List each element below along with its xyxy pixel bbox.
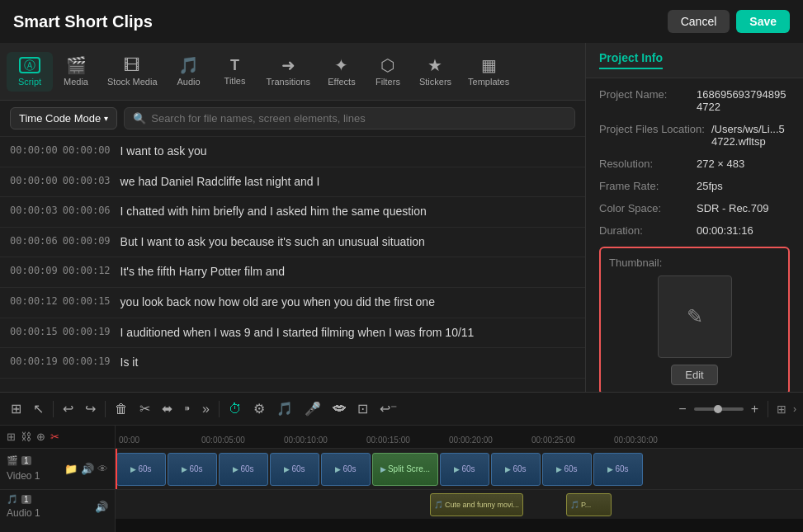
timeline-ruler[interactable]: 00:00 00:00:05:00 00:00:10:00 00:00:15:0… (116, 426, 803, 449)
ruler-marks: 00:00 00:00:05:00 00:00:10:00 00:00:15:0… (119, 426, 800, 448)
video-clip[interactable]: ▶60s (542, 453, 592, 486)
clip-label: 60s (461, 464, 475, 473)
video-clip[interactable]: ▶60s (593, 453, 643, 486)
volume-icon[interactable]: 🔊 (81, 463, 94, 475)
info-row: Frame Rate: 25fps (599, 180, 790, 192)
audio-clip-1[interactable]: 🎵 Cute and funny movi... (429, 493, 524, 516)
project-info-content: Project Name: 1686956937948954722 Projec… (586, 78, 803, 392)
time-end: 00:00:15 (63, 295, 111, 307)
chevron-right-icon[interactable]: › (793, 403, 796, 415)
script-line[interactable]: 00:00:00 00:00:03 we had Daniel Radcliff… (0, 167, 585, 198)
video-clip[interactable]: ▶60s (270, 453, 319, 486)
video-track-info: 🎬 1 Video 1 📁 🔊 👁 (0, 449, 115, 490)
split-view-button[interactable]: ⊞ (7, 398, 26, 420)
select-tool-button[interactable]: ↖ (29, 398, 48, 420)
toolbar-label-stock-media: Stock Media (107, 77, 158, 87)
save-button[interactable]: Save (736, 10, 790, 33)
thumbnail-button[interactable]: ⊡ (353, 398, 372, 420)
zoom-out-button[interactable]: − (674, 398, 690, 420)
search-input[interactable] (151, 112, 566, 125)
script-line[interactable]: 00:00:03 00:00:06 I chatted with him bri… (0, 197, 585, 228)
cut-button[interactable]: ✂ (135, 398, 154, 420)
time-end: 00:00:19 (63, 326, 111, 337)
toolbar-item-templates[interactable]: ▦ Templates (460, 52, 517, 92)
toolbar-item-transitions[interactable]: ➜ Transitions (258, 52, 319, 92)
audio-button[interactable]: 🎵 (272, 398, 297, 420)
grid-view-button[interactable]: ⊞ (773, 399, 790, 419)
playhead-button[interactable]: ⏱ (224, 398, 246, 420)
video-clip[interactable]: ▶60s (321, 453, 371, 486)
toolbar-item-titles[interactable]: T Titles (212, 53, 258, 91)
toolbar-item-stock-media[interactable]: 🎞 Stock Media (99, 52, 166, 92)
thumbnail-section: Thumbnail: ✎ Edit (599, 247, 790, 392)
tab-project-info[interactable]: Project Info (599, 51, 663, 69)
script-line[interactable]: 00:00:15 00:00:19 I auditioned when I wa… (0, 318, 585, 349)
chevron-down-icon: ▾ (104, 114, 108, 123)
mic-button[interactable]: 🎤 (300, 398, 325, 420)
toolbar-item-audio[interactable]: 🎵 Audio (166, 52, 212, 92)
link-icon[interactable]: ⛓ (21, 431, 31, 443)
script-line[interactable]: 00:00:09 00:00:12 It's the fifth Harry P… (0, 257, 585, 288)
delete-button[interactable]: 🗑 (111, 398, 132, 420)
ruler-mark-10: 00:00:10:00 (284, 435, 328, 445)
cancel-button[interactable]: Cancel (668, 10, 730, 33)
toolbar-label-stickers: Stickers (419, 77, 451, 87)
time-codes: 00:00:12 00:00:15 (10, 294, 111, 307)
zoom-slider[interactable] (694, 407, 744, 411)
info-label: Frame Rate: (599, 180, 690, 192)
time-code-mode-select[interactable]: Time Code Mode ▾ (10, 107, 117, 129)
captions-button[interactable]: 🗢 (328, 398, 350, 420)
video-clip[interactable]: ▶60s (168, 453, 217, 486)
zoom-thumb (714, 405, 722, 413)
play-icon: ▶ (556, 465, 562, 473)
audio-clip-label-2: P... (581, 501, 591, 509)
separator-1 (53, 401, 54, 417)
video-clip[interactable]: ▶60s (440, 453, 489, 486)
info-value: 272 × 483 (697, 158, 744, 170)
settings-button[interactable]: ⚙ (249, 398, 269, 420)
info-value: 00:00:31:16 (697, 224, 753, 237)
rewind-button[interactable]: ↩⁻ (376, 398, 401, 420)
video-track-area[interactable]: ▶60s▶60s▶60s▶60s▶60s▶Split Scre...▶60s▶6… (116, 449, 803, 490)
toolbar-item-stickers[interactable]: ★ Stickers (411, 52, 460, 92)
toolbar-item-filters[interactable]: ⬡ Filters (365, 52, 411, 92)
video-clip[interactable]: ▶60s (116, 453, 166, 486)
time-start: 00:00:15 (10, 326, 58, 337)
search-bar: 🔍 (124, 107, 575, 129)
toolbar-item-media[interactable]: 🎬 Media (53, 52, 99, 92)
info-label: Resolution: (599, 158, 690, 170)
video-clip[interactable]: ▶Split Scre... (372, 453, 438, 486)
cut-track-icon[interactable]: ✂ (50, 431, 59, 443)
toolbar-label-script: Script (18, 77, 41, 87)
video-track-icons: 📁 🔊 👁 (64, 463, 108, 475)
script-text: we had Daniel Radcliffe last night and I (120, 174, 320, 191)
split-button[interactable]: ⁍ (180, 398, 195, 420)
script-line[interactable]: 00:00:00 00:00:00 I want to ask you (0, 137, 585, 167)
zoom-in-button[interactable]: + (747, 398, 763, 420)
audio-track-area[interactable]: 🎵 Cute and funny movi... 🎵 P... (116, 490, 803, 519)
folder-icon[interactable]: 📁 (64, 463, 78, 475)
script-line[interactable]: 00:00:06 00:00:09 But I want to ask you … (0, 228, 585, 258)
toolbar-item-script[interactable]: Ⓐ Script (7, 52, 53, 92)
undo-button[interactable]: ↩ (59, 398, 78, 420)
script-line[interactable]: 00:00:19 00:00:19 Is it (0, 348, 585, 379)
redo-button[interactable]: ↪ (81, 398, 100, 420)
video-clip[interactable]: ▶60s (219, 453, 268, 486)
more-button[interactable]: » (198, 398, 214, 420)
time-start: 00:00:00 (10, 144, 58, 156)
audio-number-badge: 1 (21, 495, 31, 504)
toolbar-label-titles: Titles (224, 76, 246, 86)
move-button[interactable]: ⬌ (158, 398, 177, 420)
toolbar-item-effects[interactable]: ✦ Effects (319, 52, 365, 92)
info-label: Duration: (599, 224, 690, 237)
audio-volume-icon[interactable]: 🔊 (95, 501, 108, 513)
edit-thumbnail-button[interactable]: Edit (671, 365, 717, 385)
add-track-icon[interactable]: ⊞ (7, 431, 16, 443)
time-codes: 00:00:06 00:00:09 (10, 234, 111, 247)
split-track-icon[interactable]: ⊕ (36, 431, 45, 443)
video-clip[interactable]: ▶60s (491, 453, 541, 486)
timeline-ruler-area: 00:00 00:00:05:00 00:00:10:00 00:00:15:0… (116, 426, 803, 532)
script-line[interactable]: 00:00:12 00:00:15 you look back now how … (0, 288, 585, 318)
eye-icon[interactable]: 👁 (97, 463, 108, 475)
audio-clip-2[interactable]: 🎵 P... (565, 493, 612, 516)
